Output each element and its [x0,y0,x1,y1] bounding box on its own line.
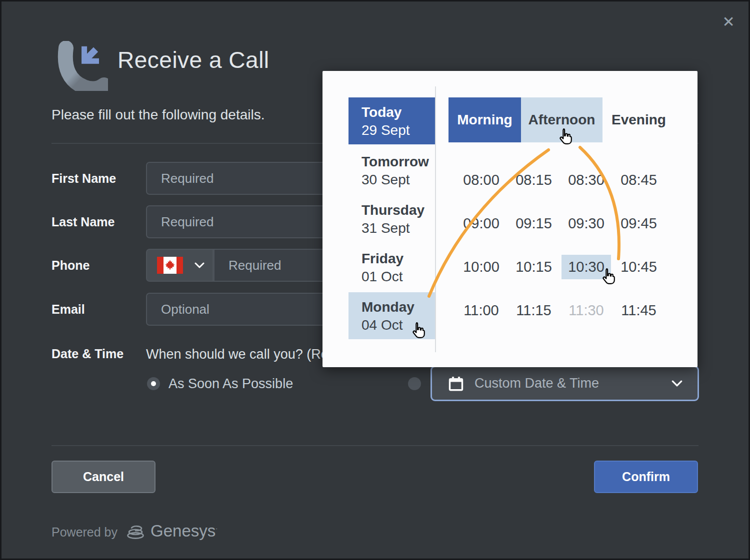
datetime-label: Date & Time [52,347,124,361]
day-date: 31 Sept [362,219,430,237]
day-option-tomorrow[interactable]: Tomorrow 30 Sept [348,147,435,194]
last-name-label: Last Name [52,215,114,229]
day-date: 01 Oct [362,268,430,286]
time-option[interactable]: 11:15 [508,289,560,332]
day-date: 29 Sept [362,121,430,139]
cancel-button[interactable]: Cancel [52,461,156,493]
divider [52,445,698,446]
time-option[interactable]: 11:45 [612,289,665,332]
tab-evening[interactable]: Evening [602,97,675,142]
day-option-monday[interactable]: Monday 04 Oct [348,292,435,339]
canada-flag-icon [157,257,183,274]
tab-afternoon[interactable]: Afternoon [521,97,602,142]
day-name: Thursday [362,201,430,219]
time-option[interactable]: 09:45 [612,202,665,245]
day-name: Friday [362,250,430,268]
country-select[interactable] [146,249,214,282]
day-option-thursday[interactable]: Thursday 31 Sept [348,195,435,242]
time-option[interactable]: 09:15 [508,202,560,245]
day-date: 30 Sept [362,171,430,189]
time-option-disabled: 11:30 [560,289,612,332]
last-name-placeholder: Required [147,214,214,230]
time-option[interactable]: 09:30 [560,202,612,245]
day-date: 04 Oct [362,316,430,334]
page-title: Receive a Call [118,46,270,73]
first-name-label: First Name [52,171,116,186]
custom-datetime-dropdown[interactable]: Custom Date & Time [430,366,699,401]
powered-by-text: Powered by [52,525,118,540]
time-option[interactable]: 10:00 [455,245,508,289]
tab-morning[interactable]: Morning [448,97,521,142]
time-option[interactable]: 08:45 [612,158,665,202]
divider [435,86,436,352]
chevron-down-icon [194,262,204,268]
time-option-highlighted[interactable]: 10:30 [560,245,612,289]
day-name: Tomorrow [362,153,430,171]
time-option[interactable]: 08:30 [560,158,612,202]
powered-by: Powered by Genesys· [52,523,218,542]
time-option[interactable]: 10:45 [612,245,665,289]
chevron-down-icon [672,380,682,387]
close-icon[interactable]: ✕ [718,11,739,32]
email-label: Email [52,302,85,317]
calendar-icon [448,376,464,391]
time-option[interactable]: 10:15 [508,245,560,289]
day-option-friday[interactable]: Friday 01 Oct [348,244,435,291]
brand-name: Genesys· [150,522,218,541]
custom-datetime-radio[interactable] [408,377,421,390]
time-option[interactable]: 08:00 [455,158,508,202]
receive-call-dialog: ✕ Receive a Call Please fill out the fol… [0,0,750,560]
page-subtitle: Please fill out the following details. [52,107,264,123]
asap-radio[interactable] [147,377,160,390]
confirm-button[interactable]: Confirm [594,461,698,493]
time-option[interactable]: 08:15 [508,158,560,202]
day-name: Monday [362,298,430,316]
custom-datetime-dropdown-value: Custom Date & Time [474,376,672,391]
incoming-call-icon [55,41,108,91]
phone-placeholder: Required [214,258,282,273]
day-name: Today [362,103,430,121]
asap-radio-label: As Soon As Possible [168,376,293,392]
time-grid: 08:00 08:15 08:30 08:45 09:00 09:15 09:3… [455,158,665,332]
email-placeholder: Optional [147,302,210,317]
time-option[interactable]: 09:00 [455,202,508,245]
first-name-placeholder: Required [147,171,214,186]
day-option-today[interactable]: Today 29 Sept [348,97,435,144]
datetime-picker-popup: Today 29 Sept Tomorrow 30 Sept Thursday … [322,71,698,367]
phone-label: Phone [52,258,90,273]
genesys-swirl-icon [124,523,146,542]
time-option[interactable]: 11:00 [455,289,508,332]
